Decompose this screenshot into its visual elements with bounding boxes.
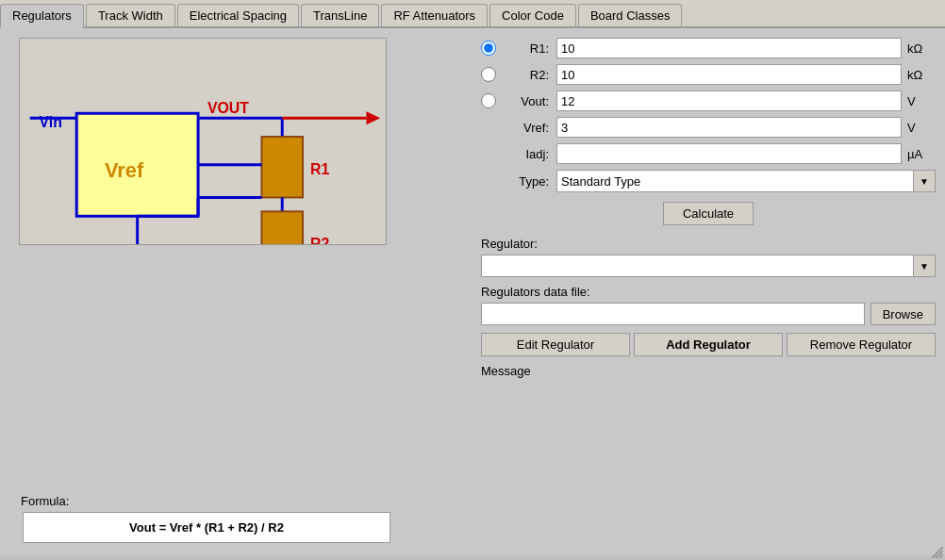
vout-radio[interactable] bbox=[481, 93, 496, 108]
r2-radio[interactable] bbox=[481, 67, 496, 82]
r1-radio[interactable] bbox=[481, 41, 496, 56]
svg-rect-12 bbox=[261, 211, 303, 244]
r1-unit: kΩ bbox=[907, 41, 936, 56]
tab-regulators[interactable]: Regulators bbox=[0, 4, 84, 28]
iadj-unit: µA bbox=[907, 147, 936, 161]
formula-section: Formula: Vout = Vref * (R1 + R2) / R2 bbox=[9, 490, 462, 547]
data-file-row: Browse bbox=[481, 303, 936, 325]
regulator-dropdown-wrapper: ▼ bbox=[481, 255, 936, 277]
vref-row: Vref: V bbox=[481, 117, 936, 138]
r2-input[interactable] bbox=[556, 64, 902, 85]
type-dropdown-arrow[interactable]: ▼ bbox=[913, 170, 936, 192]
right-panel: R1: kΩ R2: kΩ Vout: V Vref: V Ia bbox=[462, 38, 936, 547]
svg-text:Vref: Vref bbox=[105, 158, 144, 182]
tab-color-code[interactable]: Color Code bbox=[489, 4, 576, 26]
tab-bar: Regulators Track Width Electrical Spacin… bbox=[0, 0, 945, 28]
regulator-label: Regulator: bbox=[481, 237, 936, 251]
svg-line-31 bbox=[939, 554, 943, 558]
regulator-select[interactable] bbox=[481, 255, 936, 277]
r2-row: R2: kΩ bbox=[481, 64, 936, 85]
svg-text:Vin: Vin bbox=[40, 114, 62, 130]
left-panel: Vin Vref VOUT R1 bbox=[9, 38, 462, 547]
vout-input[interactable] bbox=[556, 91, 902, 111]
tab-electrical-spacing[interactable]: Electrical Spacing bbox=[177, 4, 299, 26]
svg-text:R2: R2 bbox=[310, 236, 329, 244]
browse-button[interactable]: Browse bbox=[870, 303, 936, 325]
tab-board-classes[interactable]: Board Classes bbox=[578, 4, 683, 26]
vout-unit: V bbox=[907, 94, 936, 108]
r1-row: R1: kΩ bbox=[481, 38, 936, 58]
svg-rect-9 bbox=[261, 137, 303, 197]
tab-transline[interactable]: TransLine bbox=[301, 4, 379, 26]
message-label: Message bbox=[481, 364, 936, 378]
vout-label: Vout: bbox=[502, 94, 549, 108]
data-file-input[interactable] bbox=[481, 303, 865, 325]
action-buttons-row: Edit Regulator Add Regulator Remove Regu… bbox=[481, 333, 936, 356]
vref-input[interactable] bbox=[556, 117, 902, 138]
type-select-wrapper: Standard Type LM317 ▼ bbox=[556, 170, 936, 192]
vout-row: Vout: V bbox=[481, 91, 936, 111]
regulator-section: Regulator: ▼ bbox=[481, 237, 936, 277]
svg-text:R1: R1 bbox=[310, 161, 329, 177]
r1-input[interactable] bbox=[556, 38, 902, 58]
iadj-label: Iadj: bbox=[502, 147, 549, 161]
tab-track-width[interactable]: Track Width bbox=[86, 4, 175, 26]
data-file-section: Regulators data file: Browse bbox=[481, 285, 936, 325]
vref-label: Vref: bbox=[502, 121, 549, 135]
formula-label: Formula: bbox=[21, 494, 458, 508]
r2-unit: kΩ bbox=[907, 68, 936, 82]
add-regulator-button[interactable]: Add Regulator bbox=[634, 333, 783, 356]
svg-text:VOUT: VOUT bbox=[207, 100, 249, 116]
calculate-button[interactable]: Calculate bbox=[663, 202, 754, 225]
svg-marker-8 bbox=[366, 111, 380, 124]
r1-label: R1: bbox=[502, 41, 549, 56]
type-select[interactable]: Standard Type LM317 bbox=[556, 170, 936, 192]
tab-rf-attenuators[interactable]: RF Attenuators bbox=[381, 4, 488, 26]
iadj-row: Iadj: µA bbox=[481, 143, 936, 164]
r2-label: R2: bbox=[502, 68, 549, 82]
type-label: Type: bbox=[502, 174, 549, 189]
data-file-label: Regulators data file: bbox=[481, 285, 936, 299]
edit-regulator-button[interactable]: Edit Regulator bbox=[481, 333, 630, 356]
main-content: Vin Vref VOUT R1 bbox=[0, 28, 945, 556]
circuit-diagram: Vin Vref VOUT R1 bbox=[19, 38, 387, 245]
regulator-dropdown-arrow[interactable]: ▼ bbox=[913, 255, 936, 277]
svg-line-30 bbox=[936, 551, 943, 558]
resize-handle[interactable] bbox=[932, 547, 943, 558]
type-row: Type: Standard Type LM317 ▼ bbox=[481, 170, 936, 192]
iadj-input[interactable] bbox=[556, 143, 902, 164]
formula-text: Vout = Vref * (R1 + R2) / R2 bbox=[23, 512, 390, 543]
remove-regulator-button[interactable]: Remove Regulator bbox=[787, 333, 936, 356]
vref-unit: V bbox=[907, 121, 936, 135]
